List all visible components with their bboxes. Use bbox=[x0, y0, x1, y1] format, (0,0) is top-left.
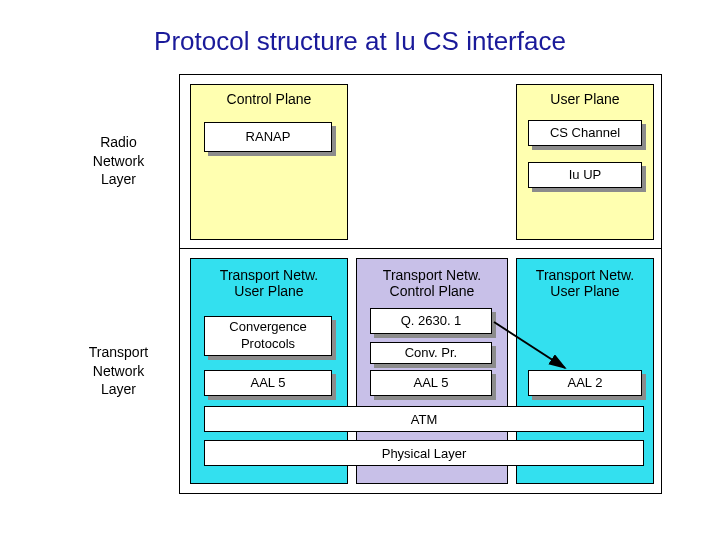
box-iu-up-label: Iu UP bbox=[528, 162, 642, 188]
label-text: Radio Network Layer bbox=[93, 133, 144, 190]
label-text: Transport Network Layer bbox=[89, 343, 148, 400]
box-atm-label: ATM bbox=[411, 412, 437, 427]
page-title: Protocol structure at Iu CS interface bbox=[0, 26, 720, 57]
label-transport-network-layer: Transport Network Layer bbox=[58, 248, 180, 494]
rnl-control-plane-heading: Control Plane bbox=[191, 91, 347, 107]
box-ranap-label: RANAP bbox=[204, 122, 332, 152]
box-aal2-label: AAL 2 bbox=[528, 370, 642, 396]
box-physical-layer: Physical Layer bbox=[204, 440, 644, 466]
box-q2630: Q. 2630. 1 bbox=[370, 308, 492, 334]
box-conv-pr: Conv. Pr. bbox=[370, 342, 492, 364]
label-radio-network-layer: Radio Network Layer bbox=[58, 74, 180, 248]
box-aal2: AAL 2 bbox=[528, 370, 642, 396]
box-aal5-center: AAL 5 bbox=[370, 370, 492, 396]
tnl-col-b-heading: Transport Netw. Control Plane bbox=[357, 267, 507, 299]
rnl-control-plane-column: Control Plane bbox=[190, 84, 348, 240]
box-physical-layer-label: Physical Layer bbox=[382, 446, 467, 461]
tnl-col-a-heading: Transport Netw. User Plane bbox=[191, 267, 347, 299]
box-iu-up: Iu UP bbox=[528, 162, 642, 188]
box-atm: ATM bbox=[204, 406, 644, 432]
box-cs-channel-label: CS Channel bbox=[528, 120, 642, 146]
tnl-col-c-heading: Transport Netw. User Plane bbox=[517, 267, 653, 299]
box-aal5-center-label: AAL 5 bbox=[370, 370, 492, 396]
box-convergence-protocols: Convergence Protocols bbox=[204, 316, 332, 356]
box-cs-channel: CS Channel bbox=[528, 120, 642, 146]
box-aal5-left-label: AAL 5 bbox=[204, 370, 332, 396]
box-ranap: RANAP bbox=[204, 122, 332, 152]
box-aal5-left: AAL 5 bbox=[204, 370, 332, 396]
box-convergence-protocols-label: Convergence Protocols bbox=[204, 316, 332, 356]
box-conv-pr-label: Conv. Pr. bbox=[370, 342, 492, 364]
rnl-user-plane-heading: User Plane bbox=[517, 91, 653, 107]
box-q2630-label: Q. 2630. 1 bbox=[370, 308, 492, 334]
